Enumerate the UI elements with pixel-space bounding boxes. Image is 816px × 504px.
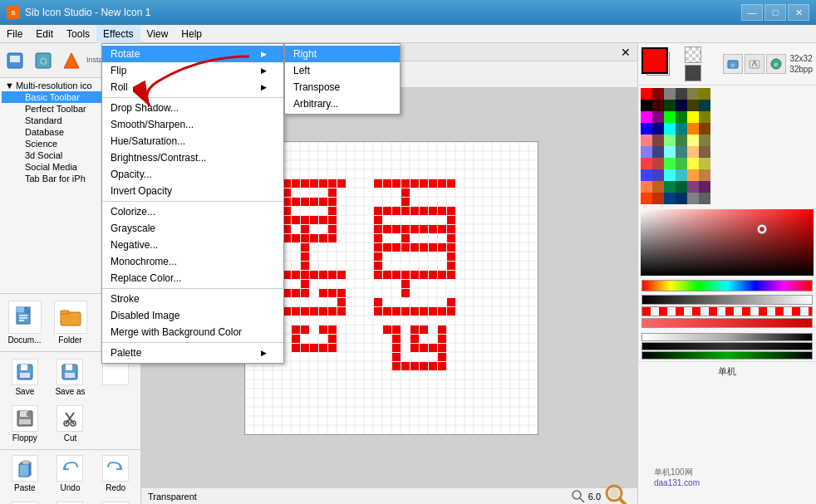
palette-cell[interactable] <box>641 146 652 158</box>
palette-cell[interactable] <box>664 111 676 123</box>
effects-palette-item[interactable]: Palette <box>102 345 283 361</box>
palette-cell[interactable] <box>664 146 676 158</box>
menu-help[interactable]: Help <box>175 25 209 43</box>
palette-cell[interactable] <box>652 146 664 158</box>
palette-cell[interactable] <box>676 146 687 158</box>
gradient-box[interactable] <box>641 209 814 276</box>
palette-cell[interactable] <box>641 123 652 135</box>
green-bar[interactable] <box>641 351 813 360</box>
effects-dropshadow-item[interactable]: Drop Shadow... <box>102 100 283 116</box>
palette-cell[interactable] <box>699 123 710 135</box>
toolbar-btn-1[interactable] <box>2 47 28 74</box>
palette-cell[interactable] <box>641 88 652 100</box>
palette-cell[interactable] <box>664 123 676 135</box>
palette-cell[interactable] <box>687 181 699 193</box>
effects-flip-item[interactable]: Flip <box>102 62 283 79</box>
palette-cell[interactable] <box>687 146 699 158</box>
effects-grayscale-item[interactable]: Grayscale <box>102 220 283 237</box>
effects-monochrome-item[interactable]: Monochrome... <box>102 253 283 270</box>
menu-effects[interactable]: Effects <box>96 25 140 43</box>
palette-cell[interactable] <box>652 158 664 169</box>
palette-cell[interactable] <box>664 181 676 193</box>
palette-cell[interactable] <box>652 169 664 181</box>
effects-rotate-item[interactable]: Rotate <box>102 46 283 62</box>
palette-cell[interactable] <box>641 193 652 204</box>
palette-cell[interactable] <box>652 88 664 100</box>
palette-cell[interactable] <box>676 111 687 123</box>
rotate-right-item[interactable]: Right <box>285 46 400 62</box>
gray-bar[interactable] <box>641 333 813 341</box>
palette-cell[interactable] <box>641 169 652 181</box>
palette-cell[interactable] <box>676 193 687 204</box>
palette-cell[interactable] <box>687 158 699 169</box>
bw-bar[interactable] <box>641 295 813 305</box>
palette-cell[interactable] <box>652 100 664 111</box>
palette-cell[interactable] <box>676 135 687 146</box>
palette-cell[interactable] <box>641 158 652 169</box>
effects-colorize-item[interactable]: Colorize... <box>102 203 283 220</box>
palette-cell[interactable] <box>676 181 687 193</box>
tool-save[interactable]: Save <box>3 355 47 399</box>
palette-cell[interactable] <box>652 181 664 193</box>
tool-floppy[interactable]: Floppy <box>3 402 47 446</box>
palette-cell[interactable] <box>676 158 687 169</box>
palette-cell[interactable] <box>676 169 687 181</box>
effects-smoothsharpen-item[interactable]: Smooth/Sharpen... <box>102 116 283 133</box>
effects-brightness-item[interactable]: Brightness/Contrast... <box>102 149 283 166</box>
palette-cell[interactable] <box>652 123 664 135</box>
menu-file[interactable]: File <box>0 25 29 43</box>
rotate-transpose-item[interactable]: Transpose <box>285 79 400 95</box>
canvas-close-button[interactable]: ✕ <box>621 46 631 59</box>
rotate-left-item[interactable]: Left <box>285 62 400 79</box>
icon-cell-document[interactable]: Docum... <box>3 297 46 348</box>
palette-cell[interactable] <box>641 100 652 111</box>
palette-cell[interactable] <box>664 100 676 111</box>
pattern-bar-2[interactable] <box>641 318 813 328</box>
rotate-arbitrary-item[interactable]: Arbitrary... <box>285 95 400 112</box>
dark-swatch[interactable] <box>685 65 701 81</box>
palette-cell[interactable] <box>664 169 676 181</box>
tool-refresh[interactable]: Refresh <box>3 498 47 504</box>
palette-cell[interactable] <box>664 158 676 169</box>
menu-tools[interactable]: Tools <box>60 25 96 43</box>
effects-stroke-item[interactable]: Stroke <box>102 291 283 307</box>
effects-replacecolor-item[interactable]: Replace Color... <box>102 270 283 286</box>
tool-saveas[interactable]: * Save as <box>49 355 92 399</box>
tool-update[interactable]: Update <box>49 498 92 504</box>
minimize-button[interactable]: — <box>741 4 763 21</box>
title-controls[interactable]: — □ ✕ <box>741 4 809 21</box>
maximize-button[interactable]: □ <box>764 4 786 21</box>
palette-cell[interactable] <box>699 111 710 123</box>
icon-cell-folder[interactable]: Folder <box>49 297 91 348</box>
tool-synchr[interactable]: Synchr... <box>94 498 137 504</box>
palette-cell[interactable] <box>699 135 710 146</box>
palette-cell[interactable] <box>687 111 699 123</box>
menu-view[interactable]: View <box>140 25 175 43</box>
palette-cell[interactable] <box>664 88 676 100</box>
transparent-swatch[interactable] <box>685 46 701 63</box>
pixel-canvas[interactable] <box>244 141 538 435</box>
effects-roll-item[interactable]: Roll <box>102 79 283 95</box>
palette-cell[interactable] <box>652 193 664 204</box>
effects-opacity-item[interactable]: Opacity... <box>102 166 283 183</box>
tool-undo[interactable]: Undo <box>49 452 92 496</box>
toolbar-btn-2[interactable]: ⬡ <box>30 47 57 74</box>
effects-huesat-item[interactable]: Hue/Saturation... <box>102 133 283 149</box>
palette-cell[interactable] <box>687 169 699 181</box>
tool-cut[interactable]: Cut <box>49 402 92 446</box>
palette-cell[interactable] <box>641 135 652 146</box>
menu-edit[interactable]: Edit <box>29 25 60 43</box>
palette-cell[interactable] <box>687 123 699 135</box>
palette-cell[interactable] <box>664 193 676 204</box>
tool-paste[interactable]: Paste <box>3 452 47 496</box>
palette-cell[interactable] <box>641 111 652 123</box>
effects-invertopacity-item[interactable]: Invert Opacity <box>102 183 283 199</box>
palette-cell[interactable] <box>676 100 687 111</box>
color-icon-2[interactable] <box>745 54 764 74</box>
palette-cell[interactable] <box>652 135 664 146</box>
color-icon-1[interactable]: c <box>723 54 743 74</box>
palette-cell[interactable] <box>676 88 687 100</box>
palette-cell[interactable] <box>687 135 699 146</box>
toolbar-btn-3[interactable] <box>58 47 85 74</box>
palette-cell[interactable] <box>699 193 710 204</box>
